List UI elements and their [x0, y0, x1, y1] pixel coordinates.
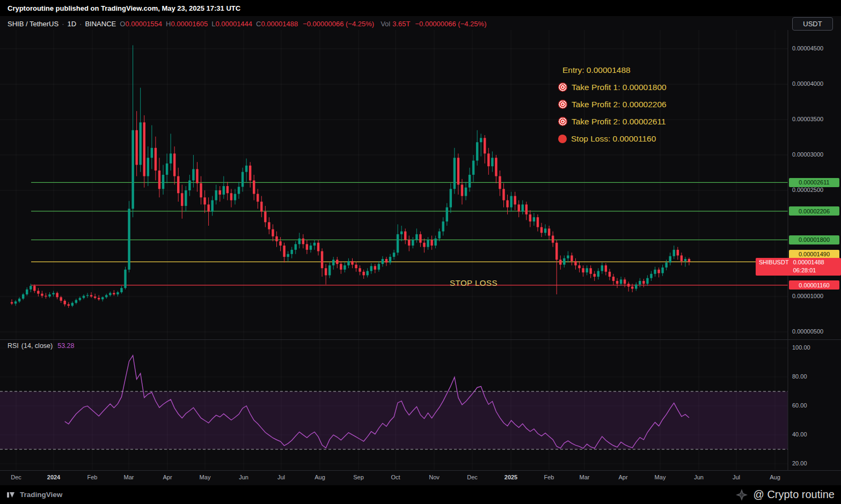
- tradingview-snapshot: Cryptoroutine published on TradingView.c…: [0, 0, 841, 504]
- current-price-tag: SHIBUSDT 0.00001488 06:28:01: [756, 258, 841, 276]
- rsi-title: RSI: [8, 342, 19, 350]
- stop-loss-chart-label: STOP LOSS: [450, 278, 498, 287]
- change-value-2: −0.00000066 (−4.25%): [415, 20, 486, 28]
- tradingview-logo[interactable]: TradingView: [6, 490, 62, 500]
- currency-button[interactable]: USDT: [792, 17, 833, 31]
- time-axis-label: Feb: [544, 474, 554, 480]
- annotation-item: Take Profit 2: 0.00002206: [558, 99, 667, 110]
- rsi-params: (14, close): [21, 342, 53, 350]
- price-tick-label: 0.00004500: [792, 45, 823, 51]
- credit-attribution: @ Crypto routine: [735, 488, 835, 501]
- target-icon: [558, 83, 567, 92]
- tradingview-logo-icon: [6, 490, 16, 500]
- time-axis-label: Nov: [429, 474, 440, 480]
- rsi-value: 53.28: [57, 342, 74, 350]
- time-axis-label: 2025: [504, 474, 517, 480]
- price-tick-label: 0.00004000: [792, 80, 823, 87]
- rsi-tick-label: 80.00: [792, 373, 807, 380]
- rsi-legend: RSI (14, close) 53.28: [8, 342, 74, 350]
- interval-label: 1D: [67, 20, 76, 28]
- time-axis-label: Jun: [694, 474, 704, 480]
- crypto-routine-logo-icon: [735, 488, 748, 501]
- price-chart-canvas[interactable]: [0, 0, 841, 504]
- bottom-bar: TradingView @ Crypto routine: [0, 485, 841, 504]
- low-value: L0.00001444: [211, 20, 252, 28]
- annotation-text: Take Profit 2: 0.00002206: [572, 100, 667, 109]
- current-symbol: SHIBUSDT: [759, 258, 789, 266]
- open-value: O0.00001554: [120, 20, 162, 28]
- time-axis-label: Aug: [770, 474, 780, 480]
- annotation-item: Take Profit 1: 0.00001800: [558, 81, 667, 93]
- time-axis-label: May: [200, 474, 211, 480]
- rsi-tick-label: 20.00: [792, 460, 807, 466]
- rsi-tick-label: 40.00: [792, 431, 807, 438]
- time-axis-label: Sep: [353, 474, 364, 480]
- annotation-item: Entry: 0.00001488: [558, 64, 667, 76]
- time-axis-label: Apr: [618, 474, 627, 480]
- time-axis-label: 2024: [47, 474, 60, 480]
- price-level-tag: 0.00001800: [789, 235, 839, 244]
- trade-annotations: Entry: 0.00001488Take Profit 1: 0.000018…: [558, 64, 667, 144]
- publication-text: Cryptoroutine published on TradingView.c…: [8, 4, 240, 12]
- separator: ·: [79, 20, 82, 28]
- annotation-text: Stop Loss: 0.00001160: [571, 134, 656, 144]
- annotation-item: Stop Loss: 0.00001160: [558, 133, 667, 144]
- time-axis-label: Feb: [87, 474, 98, 480]
- symbol-title: SHIB / TetherUS: [8, 20, 58, 28]
- close-value: C0.00001488: [256, 20, 298, 28]
- volume-value: 3.65T: [392, 20, 410, 28]
- price-level-tag: 0.00001160: [789, 280, 839, 290]
- tradingview-label: TradingView: [20, 491, 62, 499]
- time-axis-label: Aug: [315, 474, 325, 480]
- target-icon: [558, 100, 567, 109]
- annotation-text: Take Profit 2: 0.00002611: [572, 117, 666, 127]
- rsi-tick-label: 100.00: [792, 344, 810, 351]
- time-axis-label: Jul: [733, 474, 740, 480]
- price-tick-label: 0.00002500: [792, 187, 823, 193]
- annotation-item: Take Profit 2: 0.00002611: [558, 116, 667, 127]
- price-level-tag: 0.00002206: [789, 206, 839, 216]
- price-tick-label: 0.00003000: [792, 151, 823, 158]
- red-circle-icon: [558, 135, 567, 143]
- publication-bar: Cryptoroutine published on TradingView.c…: [0, 0, 841, 16]
- time-axis-label: Oct: [391, 474, 400, 480]
- time-axis-label: Dec: [11, 474, 21, 480]
- time-axis-label: Dec: [467, 474, 478, 480]
- bar-countdown: 06:28:01: [793, 266, 824, 275]
- exchange-label: BINANCE: [85, 20, 116, 28]
- annotation-text: Take Profit 1: 0.00001800: [572, 83, 667, 92]
- chart-legend: SHIB / TetherUS · 1D · BINANCE O0.000015…: [8, 18, 486, 29]
- rsi-tick-label: 60.00: [792, 402, 807, 409]
- annotation-text: Entry: 0.00001488: [562, 65, 631, 75]
- time-axis-label: Apr: [163, 474, 172, 480]
- time-axis-label: Jul: [277, 474, 285, 480]
- price-tick-label: 0.00000500: [792, 328, 823, 335]
- separator: ·: [62, 20, 64, 28]
- current-price: 0.00001488: [793, 258, 824, 266]
- credit-text: @ Crypto routine: [754, 488, 835, 501]
- time-axis-label: Mar: [580, 474, 590, 480]
- price-level-tag: 0.00002611: [789, 178, 839, 187]
- time-axis-label: Jun: [239, 474, 248, 480]
- change-value: −0.00000066 (−4.25%): [303, 20, 374, 28]
- high-value: H0.00001605: [166, 20, 208, 28]
- price-tick-label: 0.00001000: [792, 293, 823, 299]
- time-axis-label: May: [655, 474, 666, 480]
- volume-label: Vol: [381, 20, 390, 28]
- target-icon: [558, 117, 567, 126]
- price-tick-label: 0.00003500: [792, 116, 823, 122]
- time-axis-label: Mar: [124, 474, 134, 480]
